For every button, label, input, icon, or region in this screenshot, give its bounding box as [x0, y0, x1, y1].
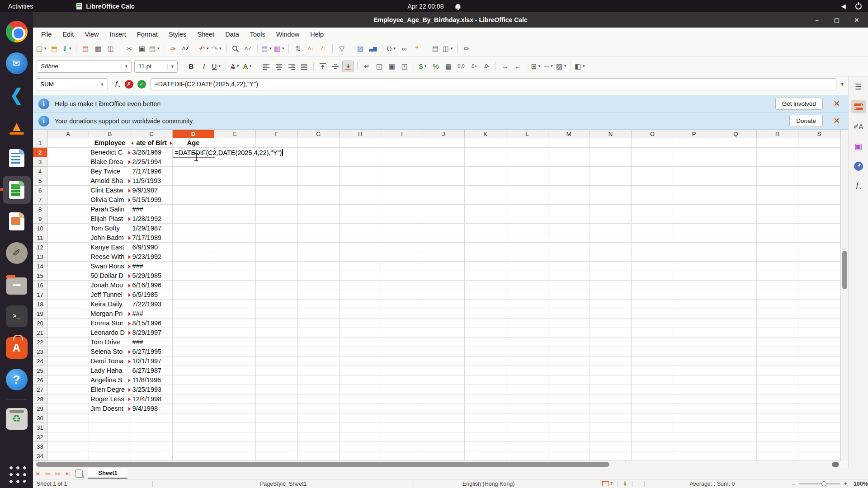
- cell-o9[interactable]: [632, 214, 673, 224]
- cell-d31[interactable]: [173, 423, 214, 432]
- cell-c10[interactable]: 1/29/1987: [131, 224, 173, 233]
- align-bottom-icon[interactable]: [342, 61, 354, 72]
- cell-k3[interactable]: [465, 157, 506, 167]
- cell-f3[interactable]: [256, 157, 297, 167]
- horizontal-scrollbar-thumb[interactable]: [36, 462, 609, 467]
- cell-c1[interactable]: ate of Birt: [131, 138, 173, 148]
- cell-o28[interactable]: [632, 394, 673, 404]
- cell-i12[interactable]: [381, 243, 423, 252]
- dock-calc[interactable]: [3, 176, 31, 204]
- cell-q15[interactable]: [715, 271, 757, 281]
- page-style[interactable]: PageStyle_Sheet1: [153, 481, 414, 487]
- cell-c14[interactable]: ###: [131, 262, 173, 271]
- zoom-slider-knob[interactable]: [821, 481, 826, 486]
- cell-f30[interactable]: [256, 413, 297, 423]
- cell-b30[interactable]: [89, 413, 131, 423]
- cell-k18[interactable]: [465, 300, 506, 309]
- chevron-down-icon[interactable]: ▼: [249, 64, 252, 68]
- cell-a26[interactable]: [47, 375, 89, 385]
- cell-r24[interactable]: [757, 357, 798, 366]
- cell-n4[interactable]: [590, 167, 632, 176]
- cell-b4[interactable]: Bey Twice: [89, 167, 131, 176]
- cell-s12[interactable]: [798, 243, 840, 252]
- cell-r16[interactable]: [757, 281, 798, 290]
- cell-e23[interactable]: [214, 347, 256, 357]
- cell-m24[interactable]: [548, 357, 590, 366]
- cell-b28[interactable]: Roger Less: [89, 394, 131, 404]
- cell-l12[interactable]: [506, 243, 548, 252]
- cell-b29[interactable]: Jim Doesnt: [89, 404, 131, 413]
- cell-m27[interactable]: [548, 385, 590, 394]
- cell-d24[interactable]: [173, 357, 214, 366]
- cell-n23[interactable]: [590, 347, 632, 357]
- cell-s6[interactable]: [798, 186, 840, 195]
- cell-j18[interactable]: [423, 300, 465, 309]
- indent-increase-icon[interactable]: →: [499, 61, 511, 72]
- cell-i33[interactable]: [381, 442, 423, 451]
- cell-r28[interactable]: [757, 394, 798, 404]
- cell-o7[interactable]: [632, 195, 673, 205]
- cell-p20[interactable]: [673, 319, 715, 328]
- cell-e18[interactable]: [214, 300, 256, 309]
- cell-o3[interactable]: [632, 157, 673, 167]
- cell-s3[interactable]: [798, 157, 840, 167]
- column-header-b[interactable]: B: [89, 130, 131, 138]
- cell-o29[interactable]: [632, 404, 673, 413]
- cell-n20[interactable]: [590, 319, 632, 328]
- cell-s25[interactable]: [798, 366, 840, 375]
- cell-h31[interactable]: [340, 423, 381, 432]
- cell-edit-box[interactable]: =DATEDIF(C2,DATE(2025,4,22),"Y"): [173, 148, 215, 158]
- cell-o2[interactable]: [632, 148, 673, 157]
- cell-d26[interactable]: [173, 375, 214, 385]
- cell-i24[interactable]: [381, 357, 423, 366]
- cell-k28[interactable]: [465, 394, 506, 404]
- cell-e31[interactable]: [214, 423, 256, 432]
- cell-h3[interactable]: [340, 157, 381, 167]
- menu-sheet[interactable]: Sheet: [193, 29, 219, 39]
- cell-a19[interactable]: [47, 309, 89, 319]
- cell-b17[interactable]: Jeff Tunnel: [89, 290, 131, 300]
- cell-d19[interactable]: [173, 309, 214, 319]
- cell-d14[interactable]: [173, 262, 214, 271]
- cell-c4[interactable]: 7/17/1996: [131, 167, 173, 176]
- cell-s22[interactable]: [798, 338, 840, 347]
- cell-a23[interactable]: [47, 347, 89, 357]
- cell-m16[interactable]: [548, 281, 590, 290]
- cell-g26[interactable]: [298, 375, 340, 385]
- cell-b14[interactable]: Swan Rons: [89, 262, 131, 271]
- cell-d33[interactable]: [173, 442, 214, 451]
- cell-r22[interactable]: [757, 338, 798, 347]
- insert-mode[interactable]: I: [602, 481, 613, 487]
- row-header-13[interactable]: 13: [33, 252, 47, 262]
- cell-a24[interactable]: [47, 357, 89, 366]
- cell-b11[interactable]: John Badm: [89, 233, 131, 243]
- cell-q10[interactable]: [715, 224, 757, 233]
- cell-e26[interactable]: [214, 375, 256, 385]
- cell-j31[interactable]: [423, 423, 465, 432]
- cell-e22[interactable]: [214, 338, 256, 347]
- sidebar-settings-icon[interactable]: ☰: [851, 80, 866, 94]
- cell-o23[interactable]: [632, 347, 673, 357]
- dock-help[interactable]: ?: [3, 366, 31, 394]
- cell-g23[interactable]: [298, 347, 340, 357]
- cell-g7[interactable]: [298, 195, 340, 205]
- cell-p31[interactable]: [673, 423, 715, 432]
- cell-m6[interactable]: [548, 186, 590, 195]
- cell-j32[interactable]: [423, 432, 465, 442]
- cell-i14[interactable]: [381, 262, 423, 271]
- previous-sheet-button[interactable]: ◀◀: [42, 471, 52, 476]
- cell-l33[interactable]: [506, 442, 548, 451]
- cell-l13[interactable]: [506, 252, 548, 262]
- cell-b8[interactable]: Parah Salin: [89, 205, 131, 214]
- cell-n5[interactable]: [590, 176, 632, 186]
- text-language[interactable]: English (Hong Kong): [414, 481, 563, 487]
- cell-m22[interactable]: [548, 338, 590, 347]
- cell-b1[interactable]: Employee: [89, 138, 131, 148]
- cell-b23[interactable]: Selena Sto: [89, 347, 131, 357]
- cell-s14[interactable]: [798, 262, 840, 271]
- cell-r19[interactable]: [757, 309, 798, 319]
- cell-c27[interactable]: 3/25/1993: [131, 385, 173, 394]
- cell-g25[interactable]: [298, 366, 340, 375]
- cell-e20[interactable]: [214, 319, 256, 328]
- column-header-c[interactable]: C: [131, 130, 173, 138]
